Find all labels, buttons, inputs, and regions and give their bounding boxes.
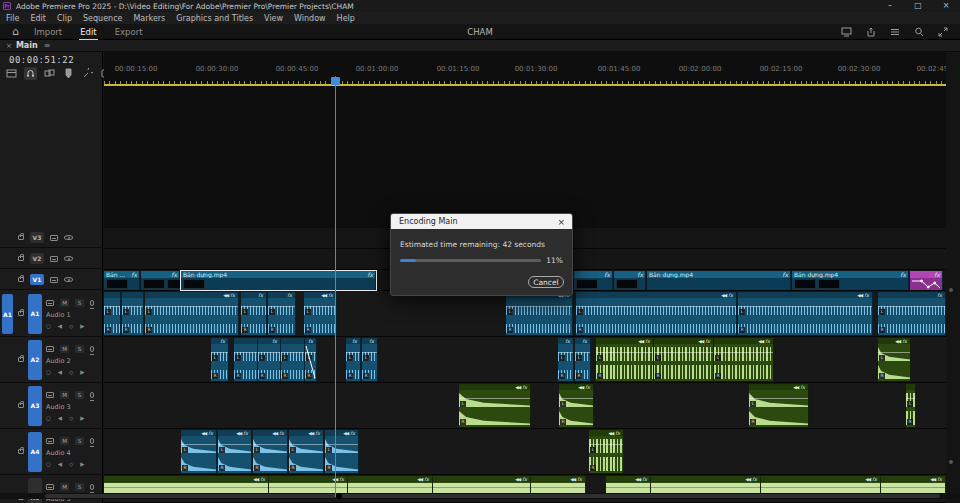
sync-lock-icon[interactable] — [46, 484, 54, 490]
audio-clip-a3[interactable]: LR — [906, 384, 916, 427]
minimize-button[interactable]: – — [876, 0, 904, 12]
audio-clip-a3[interactable]: ◀◀fxLR — [559, 384, 594, 427]
audio-clip-a1[interactable]: LR — [104, 292, 121, 335]
workspaces-icon[interactable] — [890, 27, 900, 37]
current-timecode[interactable]: 00:00:51:22 — [9, 55, 74, 65]
menu-item-sequence[interactable]: Sequence — [83, 14, 122, 23]
next-keyframe-icon[interactable]: ▶ — [80, 461, 84, 467]
menu-item-file[interactable]: File — [6, 14, 19, 23]
timeline-clip-v1[interactable]: fx — [141, 271, 180, 290]
sync-lock-icon[interactable] — [50, 256, 58, 262]
solo-button[interactable]: S — [75, 345, 84, 353]
sync-lock-icon[interactable] — [50, 277, 58, 283]
workspace-tab-export[interactable]: Export — [114, 24, 144, 40]
add-marker-icon[interactable] — [62, 67, 75, 80]
audio-clip-a2[interactable]: fxLR — [211, 338, 229, 381]
menu-item-graphics-and-titles[interactable]: Graphics and Titles — [176, 14, 253, 23]
lock-icon[interactable] — [18, 256, 24, 261]
track-target-a3[interactable]: A3 — [28, 386, 42, 426]
audio-clip-a1[interactable]: ◀◀fxLR — [304, 292, 337, 335]
mute-button[interactable]: M — [60, 391, 69, 399]
panel-close-icon[interactable]: × — [6, 42, 12, 50]
sync-lock-icon[interactable] — [46, 392, 54, 398]
lock-icon[interactable] — [18, 403, 24, 408]
audio-clip-a2[interactable]: ◀◀fxLR — [878, 338, 911, 381]
track-target-v1[interactable]: V1 — [30, 274, 44, 285]
keyframe-pen-icon[interactable]: ○ — [46, 323, 51, 329]
horizontal-scrollbar[interactable] — [0, 493, 960, 499]
toggle-track-output-icon[interactable] — [64, 277, 73, 282]
timeline-clip-v1[interactable]: fx — [910, 271, 943, 290]
solo-button[interactable]: S — [75, 299, 84, 307]
audio-clip-a3[interactable]: ◀◀fxLR — [459, 384, 531, 427]
track-target-v3[interactable]: V3 — [30, 232, 44, 243]
solo-button[interactable]: S — [75, 483, 84, 491]
audio-clip-a4[interactable]: ◀◀fxLR — [325, 430, 359, 473]
audio-clip-a1[interactable]: fxLR — [241, 292, 267, 335]
monitor-icon[interactable] — [841, 27, 852, 37]
dialog-close-icon[interactable]: × — [557, 217, 572, 227]
audio-clip-a1[interactable]: ◀◀fxLR — [145, 292, 239, 335]
add-keyframe-icon[interactable]: ◇ — [69, 369, 73, 375]
keyframe-pen-icon[interactable]: ○ — [46, 369, 51, 375]
menu-item-help[interactable]: Help — [337, 14, 355, 23]
audio-clip-a2[interactable]: fxLR — [575, 338, 591, 381]
audio-clip-a4[interactable]: ◀◀fxLR — [253, 430, 288, 473]
menu-item-window[interactable]: Window — [294, 14, 326, 23]
panel-menu-icon[interactable]: ≡ — [44, 41, 51, 50]
audio-clip-a1[interactable]: ◀◀fxLR — [738, 292, 873, 335]
audio-clip-a4[interactable]: ◀◀fxLR — [181, 430, 217, 473]
audio-clip-a2[interactable]: fxLR — [558, 338, 574, 381]
source-patch-a1[interactable]: A1 — [2, 294, 13, 334]
menu-item-view[interactable]: View — [264, 14, 283, 23]
voiceover-record-icon[interactable] — [90, 300, 94, 306]
track-target-a1[interactable]: A1 — [28, 294, 42, 334]
share-icon[interactable] — [866, 27, 876, 37]
audio-clip-a2[interactable]: ◀◀fxLR — [654, 338, 714, 381]
track-target-a4[interactable]: A4 — [28, 432, 42, 472]
lock-icon[interactable] — [18, 357, 24, 362]
mute-button[interactable]: M — [60, 483, 69, 491]
next-keyframe-icon[interactable]: ▶ — [80, 369, 84, 375]
voiceover-record-icon[interactable] — [90, 438, 94, 444]
timeline-clip-v1[interactable]: Bản dựng.mp4fx — [647, 271, 791, 290]
mute-button[interactable]: M — [60, 437, 69, 445]
workspace-tab-import[interactable]: Import — [33, 24, 63, 40]
add-keyframe-icon[interactable]: ◇ — [69, 415, 73, 421]
nest-sequence-icon[interactable] — [5, 67, 18, 80]
audio-scrollbar-thumb[interactable] — [949, 460, 953, 464]
audio-clip-a1[interactable]: ◀◀fxLR — [576, 292, 737, 335]
next-keyframe-icon[interactable]: ▶ — [80, 323, 84, 329]
sync-lock-icon[interactable] — [50, 235, 58, 241]
voiceover-record-icon[interactable] — [90, 484, 94, 490]
previous-keyframe-icon[interactable]: ◀ — [58, 369, 62, 375]
lock-icon[interactable] — [18, 449, 24, 454]
add-keyframe-icon[interactable]: ◇ — [69, 461, 73, 467]
solo-button[interactable]: S — [75, 391, 84, 399]
audio-clip-a1[interactable]: fxLR — [268, 292, 296, 335]
maximize-button[interactable]: □ — [904, 0, 932, 12]
sequence-tab-main[interactable]: Main — [16, 41, 38, 50]
add-keyframe-icon[interactable]: ◇ — [69, 323, 73, 329]
audio-clip-a3[interactable]: ◀◀fxLR — [749, 384, 809, 427]
voiceover-record-icon[interactable] — [90, 346, 94, 352]
menu-item-markers[interactable]: Markers — [133, 14, 165, 23]
linked-selection-icon[interactable] — [43, 67, 56, 80]
timeline-clip-v1[interactable]: fx — [614, 271, 646, 290]
timeline-clip-v1[interactable]: fx — [574, 271, 613, 290]
next-keyframe-icon[interactable]: ▶ — [80, 415, 84, 421]
audio-clip-a2[interactable]: LR — [281, 338, 305, 381]
timeline-settings-wrench-icon[interactable] — [81, 67, 94, 80]
snap-icon[interactable] — [24, 67, 37, 80]
audio-clip-a4[interactable]: ◀◀fxLR — [589, 430, 624, 473]
timeline-clip-v1[interactable]: Bản ...fx — [104, 271, 140, 290]
previous-keyframe-icon[interactable]: ◀ — [58, 323, 62, 329]
cancel-button[interactable]: Cancel — [528, 276, 564, 288]
previous-keyframe-icon[interactable]: ◀ — [58, 415, 62, 421]
audio-clip-a4[interactable]: ◀◀fxLR — [289, 430, 324, 473]
search-icon[interactable] — [914, 27, 924, 37]
audio-clip-a1[interactable]: LR — [122, 292, 144, 335]
lock-icon[interactable] — [18, 311, 24, 316]
audio-clip-a2[interactable]: LR — [234, 338, 258, 381]
audio-clip-a2[interactable]: fxLR — [346, 338, 361, 381]
